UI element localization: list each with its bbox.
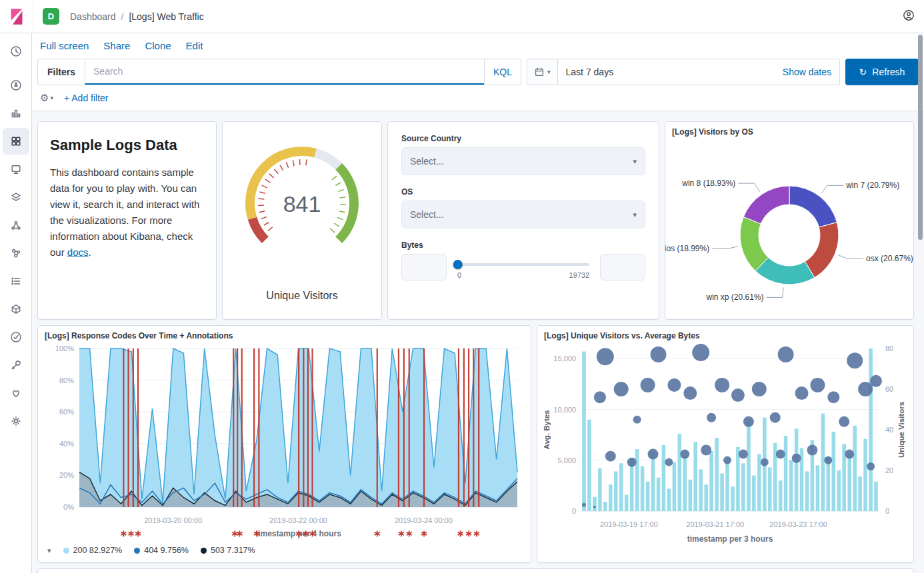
graph-icon <box>10 247 22 259</box>
filter-bar: ⚙ ▾ + Add filter <box>32 91 924 111</box>
app-top-bars: Full screen Share Clone Edit Filters KQL <box>32 33 924 111</box>
user-menu-icon[interactable] <box>903 9 915 24</box>
kibana-logo[interactable] <box>0 0 33 33</box>
legend-collapse-icon[interactable]: ▾ <box>47 546 51 555</box>
panel-title: [Logs] Visitors by OS <box>665 122 913 138</box>
svg-text:win 7 (20.79%): win 7 (20.79%) <box>845 181 899 190</box>
header-divider <box>33 0 33 33</box>
svg-text:win 8 (18.93%): win 8 (18.93%) <box>681 179 735 188</box>
kibana-logo-icon <box>7 7 27 27</box>
svg-text:2019-03-24 00:00: 2019-03-24 00:00 <box>395 516 453 524</box>
refresh-icon: ↻ <box>859 67 867 77</box>
show-dates-link[interactable]: Show dates <box>783 67 831 77</box>
docs-link[interactable]: docs <box>67 247 89 258</box>
sidebar-item-machine-learning[interactable] <box>3 212 29 239</box>
svg-text:timestamp per 3 hours: timestamp per 3 hours <box>687 534 773 544</box>
svg-text:2019-03-22 00:00: 2019-03-22 00:00 <box>269 516 327 524</box>
date-picker: ▾ Last 7 days Show dates <box>527 59 840 85</box>
svg-text:20: 20 <box>885 466 893 474</box>
space-avatar[interactable]: D <box>43 8 59 25</box>
gauge-chart: 841 <box>229 137 375 251</box>
dev-tools-icon <box>10 359 22 371</box>
sidebar-item-maps[interactable] <box>3 184 29 211</box>
legend-item-200[interactable]: 200 82.927% <box>63 546 123 555</box>
panel-title: [Logs] Unique Visitors vs. Average Bytes <box>537 326 913 342</box>
gear-icon: ⚙ <box>40 92 49 104</box>
donut-slice-win-7[interactable] <box>789 186 837 227</box>
vertical-scrollbar-thumb[interactable] <box>918 35 923 240</box>
response-codes-chart: 0%20%40%60%80%100%2019-03-20 00:002019-0… <box>38 342 528 542</box>
visitors-vs-bytes-chart: 05,00010,00015,0000204060802019-03-19 17… <box>539 342 912 550</box>
legend-item-503[interactable]: 503 7.317% <box>201 546 255 555</box>
sidebar-item-dev-tools[interactable] <box>3 352 29 378</box>
svg-text:15,000: 15,000 <box>553 354 576 362</box>
panel-input-controls: Source Country Select... ▾ OS Select... … <box>387 121 659 320</box>
svg-text:0: 0 <box>885 507 889 515</box>
stack-monitoring-icon <box>10 387 22 399</box>
slider-thumb[interactable] <box>453 260 463 269</box>
panel-visitors-vs-bytes: [Logs] Unique Visitors vs. Average Bytes… <box>537 325 914 563</box>
svg-text:40: 40 <box>885 426 893 434</box>
top-header: D Dashboard / [Logs] Web Traffic <box>0 0 924 33</box>
bytes-range-control: 0 19732 <box>401 254 645 281</box>
dashboard-icon <box>10 135 22 147</box>
top-nav-menu: Full screen Share Clone Edit <box>32 33 924 57</box>
breadcrumb-dashboard[interactable]: Dashboard <box>70 11 116 22</box>
source-country-select[interactable]: Select... ▾ <box>401 147 645 175</box>
panel-sample-logs-data: Sample Logs Data This dashboard contains… <box>37 121 217 320</box>
svg-text:2019-03-20 00:00: 2019-03-20 00:00 <box>144 516 202 524</box>
app-area: Full screen Share Clone Edit Filters KQL <box>32 33 924 573</box>
date-popover-button[interactable]: ▾ <box>527 59 558 85</box>
search-group: Filters KQL <box>37 59 521 85</box>
sidebar-item-visualize[interactable] <box>3 100 29 127</box>
legend-item-404[interactable]: 404 9.756% <box>134 546 189 555</box>
os-select[interactable]: Select... ▾ <box>401 201 645 229</box>
donut-slice-win-8[interactable] <box>743 186 789 224</box>
svg-text:80%: 80% <box>59 376 74 384</box>
slider-max-label: 19732 <box>569 271 589 279</box>
machine-learning-icon <box>10 219 22 231</box>
svg-text:Unique Visitors: Unique Visitors <box>897 402 905 458</box>
refresh-button[interactable]: ↻ Refresh <box>845 59 919 85</box>
refresh-label: Refresh <box>872 67 905 77</box>
sidebar-item-logs[interactable] <box>3 268 29 294</box>
bytes-label: Bytes <box>401 241 645 250</box>
source-country-label: Source Country <box>401 134 645 143</box>
clone-link[interactable]: Clone <box>145 40 171 51</box>
svg-text:2019-03-23 17:00: 2019-03-23 17:00 <box>769 520 827 528</box>
add-filter-link[interactable]: + Add filter <box>64 93 109 103</box>
panel-unique-visitors-gauge: 841 Unique Visitors <box>222 121 382 320</box>
sidebar-item-management[interactable] <box>3 408 29 434</box>
chevron-down-icon: ▾ <box>50 95 53 101</box>
svg-text:20%: 20% <box>59 471 74 479</box>
donut-slice-osx[interactable] <box>805 223 839 278</box>
sidebar-item-stack-monitoring[interactable] <box>3 380 29 406</box>
bytes-slider: 0 19732 <box>457 254 589 279</box>
breadcrumb-separator: / <box>121 11 124 22</box>
bytes-max-input[interactable] <box>600 254 645 281</box>
search-input[interactable] <box>85 66 484 77</box>
recently-viewed-icon <box>10 45 22 57</box>
kql-button[interactable]: KQL <box>484 59 521 85</box>
share-link[interactable]: Share <box>103 40 130 51</box>
sample-logs-title: Sample Logs Data <box>50 137 204 154</box>
bytes-min-input[interactable] <box>401 254 447 281</box>
sidebar-item-recently-viewed[interactable] <box>3 38 29 65</box>
canvas-icon <box>10 163 22 175</box>
filter-options-button[interactable]: ⚙ ▾ <box>40 92 53 104</box>
filters-button[interactable]: Filters <box>38 59 85 85</box>
sidebar-item-uptime[interactable] <box>3 324 29 350</box>
slider-track[interactable] <box>457 263 589 266</box>
time-range-value[interactable]: Last 7 days <box>566 67 614 77</box>
full-screen-link[interactable]: Full screen <box>40 40 89 51</box>
os-label: OS <box>401 187 645 197</box>
management-icon <box>10 415 22 427</box>
chevron-down-icon: ▾ <box>547 69 551 75</box>
sidebar-item-metrics[interactable] <box>3 296 29 322</box>
sidebar-item-dashboard[interactable] <box>3 128 29 155</box>
sidebar-item-canvas[interactable] <box>3 156 29 183</box>
sidebar-item-discover[interactable] <box>3 72 29 99</box>
panel-title: [Logs] Response Codes Over Time + Annota… <box>38 326 531 342</box>
edit-link[interactable]: Edit <box>186 40 203 51</box>
sidebar-item-graph[interactable] <box>3 240 29 267</box>
